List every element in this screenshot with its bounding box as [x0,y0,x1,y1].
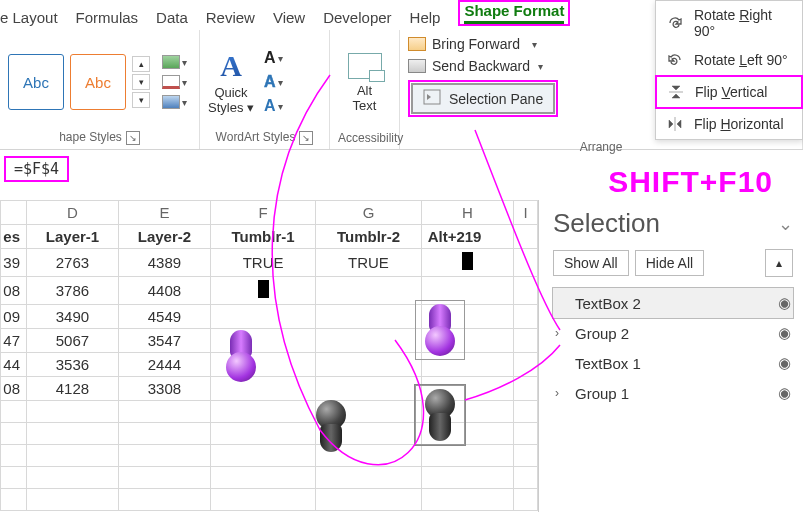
tab-formulas[interactable]: Formulas [76,9,139,26]
send-backward-icon [408,59,426,73]
cell[interactable]: 39 [1,249,27,277]
worksheet[interactable]: D E F G H I es Layer-1 Layer-2 Tumblr-1 … [0,200,538,512]
gallery-more-icon[interactable]: ▾ [132,92,150,108]
tab-help[interactable]: Help [410,9,441,26]
cell[interactable]: 08 [1,277,27,305]
shape-fill[interactable]: ▾ [162,55,187,69]
send-backward-label: Send Backward [432,58,530,74]
cell[interactable]: Layer-1 [27,225,119,249]
tab-review[interactable]: Review [206,9,255,26]
cell[interactable]: 4549 [118,305,210,329]
bring-forward[interactable]: Bring Forward ▾ [408,36,558,52]
gallery-up-icon[interactable]: ▴ [132,56,150,72]
shape-dark-knob-1[interactable] [310,400,352,452]
tab-shape-format[interactable]: Shape Format [458,0,570,26]
list-item[interactable]: TextBox 2◉ [553,288,793,318]
dialog-launcher-icon[interactable]: ↘ [299,131,313,145]
tab-developer[interactable]: Developer [323,9,391,26]
col-F[interactable]: F [210,201,315,225]
cell[interactable]: 3786 [27,277,119,305]
cell[interactable]: 08 [1,377,27,401]
shape-outline[interactable]: ▾ [162,75,187,89]
cell[interactable]: 2763 [27,249,119,277]
rotate-left-90[interactable]: Rotate Left 90° [656,45,802,75]
selection-pane: Selection ⌄ Show All Hide All ▴ TextBox … [538,200,803,512]
tab-view[interactable]: View [273,9,305,26]
chevron-down-icon: ▾ [532,39,537,50]
selection-pane-button[interactable]: Selection Pane [411,83,555,114]
alt-text-button[interactable]: AltText [348,53,382,113]
text-fill[interactable]: A▾ [264,49,283,67]
eye-icon[interactable]: ◉ [778,324,791,342]
eye-icon[interactable]: ◉ [778,294,791,312]
cell[interactable]: 47 [1,329,27,353]
chevron-down-icon: ▾ [182,97,187,108]
cell[interactable]: 3547 [118,329,210,353]
cell[interactable]: Tumblr-2 [316,225,421,249]
text-outline[interactable]: A▾ [264,73,283,91]
reorder-up-button[interactable]: ▴ [765,249,793,277]
formula-input[interactable]: =$F$4 [4,156,69,182]
cell[interactable]: 4128 [27,377,119,401]
eye-icon[interactable]: ◉ [778,354,791,372]
selection-list: TextBox 2◉ ›Group 2◉ TextBox 1◉ ›Group 1… [553,287,793,408]
cell[interactable]: 3490 [27,305,119,329]
shape-style-gallery-scroll[interactable]: ▴ ▾ ▾ [132,56,150,108]
chevron-down-icon: ▾ [182,57,187,68]
cell[interactable]: Layer-2 [118,225,210,249]
cell[interactable]: Tumblr-1 [210,225,315,249]
cell[interactable]: TRUE [316,249,421,277]
wordart-styles-label: WordArt Styles [216,130,296,144]
outline-pen-icon [162,75,180,89]
shape-purple-knob-1[interactable] [220,330,262,382]
chevron-down-icon[interactable]: ⌄ [778,213,793,235]
cell[interactable]: 3536 [27,353,119,377]
quick-styles[interactable]: A QuickStyles ▾ [208,49,254,115]
shape-styles-label: hape Styles [59,130,122,144]
cell[interactable]: 2444 [118,353,210,377]
shape-style-preset-2[interactable]: Abc [70,54,126,110]
text-effects[interactable]: A▾ [264,97,283,115]
flip-vertical[interactable]: Flip Vertical [655,75,803,109]
flip-horizontal[interactable]: Flip Horizontal [656,109,802,139]
rotate-right-90[interactable]: Rotate Right 90° [656,1,802,45]
col-D[interactable]: D [27,201,119,225]
show-all-button[interactable]: Show All [553,250,629,276]
cell[interactable]: 5067 [27,329,119,353]
hide-all-button[interactable]: Hide All [635,250,704,276]
gallery-down-icon[interactable]: ▾ [132,74,150,90]
arrange-label: Arrange [408,140,794,156]
list-item[interactable]: TextBox 1◉ [553,348,793,378]
cell[interactable]: 4389 [118,249,210,277]
tab-page-layout[interactable]: e Layout [0,9,58,26]
cell[interactable] [210,277,315,305]
send-backward[interactable]: Send Backward ▾ [408,58,558,74]
cell[interactable]: 3308 [118,377,210,401]
dialog-launcher-icon[interactable]: ↘ [126,131,140,145]
expand-icon[interactable]: › [555,326,569,340]
list-item[interactable]: ›Group 2◉ [553,318,793,348]
col-E[interactable]: E [118,201,210,225]
shape-effects[interactable]: ▾ [162,95,187,109]
svg-rect-0 [424,90,440,104]
shape-purple-knob-2[interactable] [415,300,465,360]
cell[interactable] [421,249,514,277]
cell[interactable]: Alt+219 [421,225,514,249]
expand-icon[interactable]: › [555,386,569,400]
rotate-left-icon [666,51,684,69]
flip-horizontal-label: Flip Horizontal [694,116,784,132]
eye-icon[interactable]: ◉ [778,384,791,402]
shape-style-preset-1[interactable]: Abc [8,54,64,110]
shape-dark-knob-2[interactable] [415,385,465,445]
main-area: D E F G H I es Layer-1 Layer-2 Tumblr-1 … [0,200,803,512]
cell[interactable]: 4408 [118,277,210,305]
list-item[interactable]: ›Group 1◉ [553,378,793,408]
col-I[interactable]: I [514,201,538,225]
col-G[interactable]: G [316,201,421,225]
cell[interactable]: 09 [1,305,27,329]
col-H[interactable]: H [421,201,514,225]
tab-data[interactable]: Data [156,9,188,26]
cell[interactable]: TRUE [210,249,315,277]
cell[interactable]: 44 [1,353,27,377]
cell[interactable]: es [1,225,27,249]
